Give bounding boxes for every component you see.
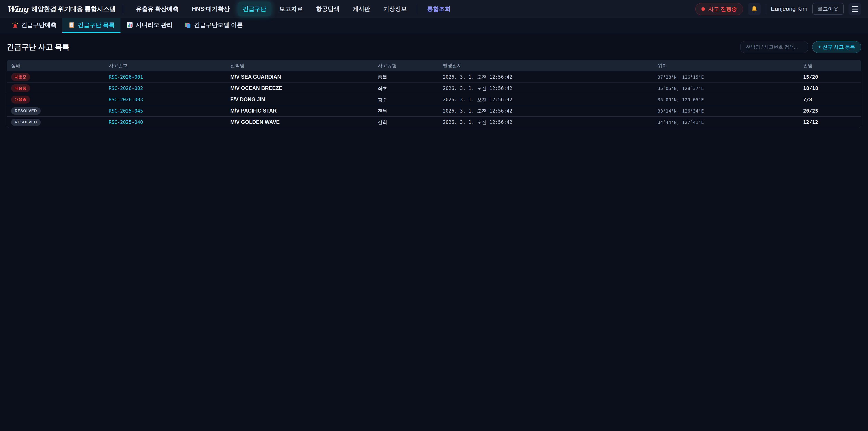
incident-datetime: 2026. 3. 1. 오전 12:56:42 [439, 74, 653, 80]
tab-rescue-prediction[interactable]: 긴급구난예측 [6, 18, 62, 33]
search-input[interactable] [740, 41, 808, 53]
vessel-name: M/V OCEAN BREEZE [226, 85, 374, 91]
nav-item-oil-spill[interactable]: 유출유 확산예측 [131, 2, 184, 16]
bell-icon [751, 5, 758, 13]
nav-item-hns[interactable]: HNS·대기확산 [187, 2, 235, 16]
notifications-button[interactable] [748, 3, 761, 16]
incident-number-link[interactable]: RSC-2025-040 [109, 120, 143, 125]
status-badge: 대응중 [11, 73, 30, 81]
incident-location: 33°14'N, 126°34'E [653, 108, 799, 114]
logo-wing-mark: Wing [7, 4, 28, 13]
table-row[interactable]: 대응중 RSC-2026-002 M/V OCEAN BREEZE 좌초 202… [7, 83, 861, 94]
incident-number-link[interactable]: RSC-2026-001 [109, 74, 143, 80]
alert-dot-icon [702, 7, 705, 11]
col-persons: 인명 [799, 62, 861, 69]
new-incident-button[interactable]: + 신규 사고 등록 [812, 41, 861, 53]
col-status: 상태 [7, 62, 105, 69]
vessel-name: M/V PACIFIC STAR [226, 108, 374, 114]
col-vessel: 선박명 [226, 62, 374, 69]
nav-item-air-search[interactable]: 항공탐색 [311, 2, 344, 16]
persons-count: 7/8 [799, 97, 861, 102]
nav-item-weather[interactable]: 기상정보 [378, 2, 412, 16]
tab-scenario-management[interactable]: 시나리오 관리 [121, 18, 179, 33]
tab-label: 시나리오 관리 [136, 21, 173, 29]
logo-divider [123, 4, 123, 14]
incident-location: 35°05'N, 128°37'E [653, 86, 799, 91]
col-type: 사고유형 [374, 62, 439, 69]
tab-label: 긴급구난모델 이론 [194, 21, 243, 29]
incident-location: 37°28'N, 126°15'E [653, 74, 799, 80]
incident-number-link[interactable]: RSC-2026-002 [109, 86, 143, 91]
page-title: 긴급구난 사고 목록 [7, 42, 69, 52]
menu-button[interactable] [848, 3, 861, 16]
nav-item-board[interactable]: 게시판 [348, 2, 375, 16]
col-datetime: 발생일시 [439, 62, 653, 69]
head-actions: + 신규 사고 등록 [740, 41, 861, 53]
table-row[interactable]: 대응중 RSC-2026-001 M/V SEA GUARDIAN 충돌 202… [7, 71, 861, 83]
incident-location: 34°44'N, 127°41'E [653, 120, 799, 125]
incident-type: 전복 [374, 108, 439, 114]
navbar-divider [766, 4, 766, 14]
persons-count: 20/25 [799, 108, 861, 114]
incident-type: 충돌 [374, 74, 439, 80]
table-header-row: 상태 사고번호 선박명 사고유형 발생일시 위치 인명 [7, 60, 861, 71]
incident-type: 선회 [374, 119, 439, 125]
incident-table: 상태 사고번호 선박명 사고유형 발생일시 위치 인명 대응중 RSC-2026… [7, 60, 861, 128]
incident-type: 좌초 [374, 85, 439, 92]
user-name: Eunjeong Kim [771, 5, 807, 12]
vessel-name: M/V SEA GUARDIAN [226, 74, 374, 80]
table-row[interactable]: 대응중 RSC-2026-003 F/V DONG JIN 침수 2026. 3… [7, 94, 861, 105]
navbar-right: 사고 진행중 Eunjeong Kim 로그아웃 [695, 3, 861, 16]
incident-datetime: 2026. 3. 1. 오전 12:56:42 [439, 108, 653, 114]
vessel-name: M/V GOLDEN WAVE [226, 119, 374, 125]
incident-datetime: 2026. 3. 1. 오전 12:56:42 [439, 85, 653, 92]
incident-type: 침수 [374, 96, 439, 103]
nav-separator [417, 4, 417, 14]
clipboard-icon [68, 22, 75, 28]
col-location: 위치 [653, 62, 799, 69]
page-head: 긴급구난 사고 목록 + 신규 사고 등록 [0, 33, 868, 60]
logout-button[interactable]: 로그아웃 [812, 3, 844, 15]
top-navbar: Wing 해양환경 위기대응 통합시스템 유출유 확산예측 HNS·대기확산 긴… [0, 0, 868, 18]
tab-rescue-model-theory[interactable]: 긴급구난모델 이론 [179, 18, 248, 33]
hamburger-icon [852, 6, 858, 12]
nav-item-integrated-search[interactable]: 통합조회 [422, 2, 456, 16]
col-incident-no: 사고번호 [105, 62, 226, 69]
status-badge: 대응중 [11, 96, 30, 103]
vessel-name: F/V DONG JIN [226, 96, 374, 102]
app-title: 해양환경 위기대응 통합시스템 [31, 5, 116, 13]
incident-in-progress-badge: 사고 진행중 [695, 3, 743, 15]
table-row[interactable]: RESOLVED RSC-2025-045 M/V PACIFIC STAR 전… [7, 105, 861, 116]
incident-datetime: 2026. 3. 1. 오전 12:56:42 [439, 96, 653, 103]
sub-tabbar: 긴급구난예측 긴급구난 목록 시나리오 관리 긴급구난모델 이론 [0, 18, 868, 33]
table-row[interactable]: RESOLVED RSC-2025-040 M/V GOLDEN WAVE 선회… [7, 116, 861, 128]
app-logo: Wing 해양환경 위기대응 통합시스템 [7, 4, 116, 13]
main-nav: 유출유 확산예측 HNS·대기확산 긴급구난 보고자료 항공탐색 게시판 기상정… [131, 2, 695, 16]
nav-item-emergency-rescue[interactable]: 긴급구난 [238, 2, 271, 16]
tab-label: 긴급구난예측 [21, 21, 57, 29]
books-icon [184, 22, 191, 28]
persons-count: 15/20 [799, 74, 861, 80]
nav-item-reports[interactable]: 보고자료 [274, 2, 308, 16]
tab-label: 긴급구난 목록 [78, 21, 115, 29]
tab-rescue-list[interactable]: 긴급구난 목록 [62, 18, 121, 33]
status-badge: RESOLVED [11, 107, 41, 115]
incident-status-label: 사고 진행중 [708, 5, 737, 13]
siren-icon [12, 22, 19, 28]
persons-count: 12/12 [799, 119, 861, 125]
status-badge: RESOLVED [11, 119, 41, 126]
bar-chart-icon [126, 22, 133, 28]
incident-number-link[interactable]: RSC-2026-003 [109, 97, 143, 102]
incident-datetime: 2026. 3. 1. 오전 12:56:42 [439, 119, 653, 125]
persons-count: 18/18 [799, 86, 861, 91]
incident-location: 35°09'N, 129°05'E [653, 97, 799, 102]
incident-number-link[interactable]: RSC-2025-045 [109, 108, 143, 114]
status-badge: 대응중 [11, 84, 30, 92]
